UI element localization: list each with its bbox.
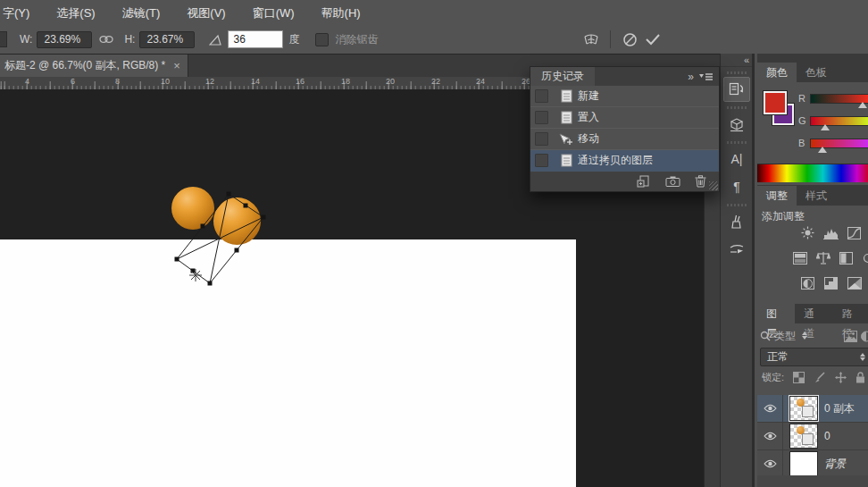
filter-kind-dropdown[interactable]: 类型 [774, 329, 796, 344]
ruler-tick: 18 [341, 77, 350, 86]
layer-name[interactable]: 0 副本 [824, 401, 855, 416]
search-icon [760, 331, 771, 341]
photoshop-window: 字(Y) 选择(S) 滤镜(T) 视图(V) 窗口(W) 帮助(H) W: 23… [0, 0, 868, 487]
antialias-checkbox[interactable] [315, 33, 329, 46]
gradient-map-icon[interactable] [847, 276, 862, 290]
filter-adjustment-layers-icon[interactable] [861, 331, 868, 342]
layers-panel-tabs: 图层 通道 路径 [757, 304, 868, 323]
levels-icon[interactable] [823, 226, 839, 239]
tab-swatches[interactable]: 色板 [797, 63, 836, 82]
color-spectrum-ramp[interactable] [757, 164, 868, 182]
tab-styles[interactable]: 样式 [797, 186, 836, 206]
invert-icon[interactable] [800, 276, 815, 290]
blend-mode-value: 正常 [767, 350, 789, 363]
document-state-icon [555, 154, 578, 167]
posterize-icon[interactable] [823, 276, 839, 290]
history-source-checkbox[interactable] [535, 89, 548, 103]
history-panel-icon[interactable] [723, 77, 750, 102]
layer-row-background[interactable]: 背景 [757, 450, 868, 478]
history-step-move[interactable]: 移动 [530, 129, 719, 150]
visibility-eye-icon[interactable] [757, 423, 783, 449]
color-balance-icon[interactable] [839, 251, 854, 264]
ruler-tick: 20 [386, 77, 395, 86]
panel-menu-icon[interactable] [699, 72, 714, 80]
history-step-layer-via-copy[interactable]: 通过拷贝的图层 [530, 150, 719, 172]
layer-thumbnail[interactable] [789, 424, 818, 449]
layer-name[interactable]: 背景 [824, 457, 846, 472]
lock-all-icon[interactable] [855, 372, 865, 383]
red-slider-handle[interactable] [858, 102, 867, 108]
visibility-eye-icon[interactable] [757, 395, 783, 422]
panel-column: 颜色 色板 R G B 调整 样式 添加调整 [752, 54, 868, 487]
menu-item-help[interactable]: 帮助(H) [308, 1, 374, 25]
history-step-place[interactable]: 置入 [530, 107, 719, 129]
document-tab[interactable]: 标题-2 @ 66.7%(0 副本, RGB/8) * × [0, 55, 188, 77]
layer-name[interactable]: 0 [824, 430, 830, 442]
menu-item-view[interactable]: 视图(V) [173, 1, 238, 25]
tab-channels[interactable]: 通道 [795, 304, 832, 323]
dock-group-grip[interactable] [727, 141, 747, 144]
brush-panel-icon[interactable] [723, 209, 750, 234]
brush-presets-panel-icon[interactable] [723, 237, 750, 262]
history-source-checkbox[interactable] [535, 111, 548, 124]
history-panel-tab[interactable]: 历史记录 [530, 67, 595, 86]
paragraph-panel-icon[interactable]: ¶ [723, 174, 750, 199]
history-step-new[interactable]: 新建 [530, 86, 719, 107]
lock-transparency-icon[interactable] [793, 372, 805, 383]
menu-item-filter[interactable]: 滤镜(T) [109, 1, 174, 25]
menu-item-window[interactable]: 窗口(W) [239, 1, 308, 25]
tab-adjustments[interactable]: 调整 [757, 186, 797, 206]
green-slider-track[interactable] [810, 116, 868, 126]
antialias-label: 消除锯齿 [335, 32, 378, 47]
new-document-from-state-icon[interactable] [637, 175, 651, 188]
green-channel-row: G [757, 114, 868, 134]
history-source-checkbox[interactable] [535, 132, 548, 146]
photo-filter-icon[interactable] [862, 251, 868, 264]
hue-saturation-icon[interactable] [815, 251, 830, 264]
brightness-contrast-icon[interactable] [800, 226, 815, 239]
blend-mode-dropdown[interactable]: 正常 [760, 348, 868, 366]
panel-resize-grip[interactable] [709, 181, 718, 190]
layer-row-0[interactable]: 0 [757, 423, 868, 450]
filter-pixel-layers-icon[interactable] [844, 331, 857, 342]
width-field[interactable]: 23.69% [37, 31, 92, 48]
height-label: H: [124, 33, 135, 46]
cancel-transform-button[interactable] [618, 29, 641, 49]
history-step-label: 置入 [578, 110, 599, 125]
menu-item-type[interactable]: 字(Y) [0, 1, 43, 25]
lock-paint-brush-icon[interactable] [814, 372, 826, 383]
menu-item-select[interactable]: 选择(S) [43, 1, 108, 25]
ruler-tick: 22 [431, 77, 440, 86]
history-source-checkbox[interactable] [535, 154, 548, 167]
tab-paths[interactable]: 路径 [833, 304, 868, 323]
link-dimensions-icon[interactable] [99, 35, 113, 44]
tab-layers[interactable]: 图层 [757, 304, 795, 323]
green-slider-handle[interactable] [821, 124, 830, 130]
dock-group-grip[interactable] [727, 106, 747, 109]
properties-panel-icon[interactable] [723, 112, 750, 137]
dock-group-grip[interactable] [727, 204, 747, 206]
tab-color[interactable]: 颜色 [757, 63, 797, 82]
dock-group-grip[interactable] [727, 71, 747, 74]
commit-transform-button[interactable] [641, 29, 664, 49]
character-panel-icon[interactable]: A| [723, 147, 750, 172]
new-snapshot-camera-icon[interactable] [665, 176, 680, 187]
reference-point-icon[interactable] [0, 31, 7, 47]
rotation-angle-input[interactable]: 36 [228, 30, 283, 48]
lock-position-icon[interactable] [835, 372, 847, 383]
layer-row-0-copy[interactable]: 0 副本 [757, 395, 868, 423]
delete-state-trash-icon[interactable] [695, 175, 706, 188]
warp-mode-toggle-button[interactable] [580, 29, 603, 49]
curves-icon[interactable] [847, 226, 862, 239]
height-field[interactable]: 23.67% [139, 31, 195, 48]
collapse-panel-icon[interactable]: » [688, 71, 694, 83]
visibility-eye-icon[interactable] [757, 450, 783, 477]
close-tab-icon[interactable]: × [173, 61, 180, 71]
canvas[interactable] [0, 239, 576, 487]
layer-thumbnail[interactable] [789, 451, 818, 476]
vibrance-icon[interactable] [792, 251, 807, 264]
blue-slider-handle[interactable] [818, 147, 827, 153]
expand-panels-icon[interactable]: « [721, 54, 753, 67]
filter-kind-spinner[interactable] [799, 330, 808, 342]
layer-thumbnail[interactable] [789, 396, 818, 421]
